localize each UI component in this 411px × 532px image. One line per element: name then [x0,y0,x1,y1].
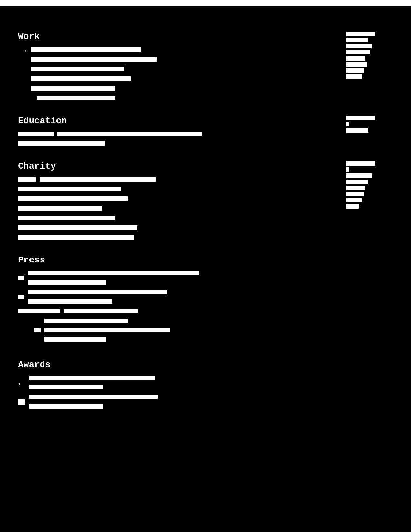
awards-lines: › [18,376,393,411]
charity-section: Charity [18,161,393,242]
sidebar-bar [346,44,372,48]
press-row [18,309,393,316]
awards-section: Awards › [18,360,393,411]
education-title: Education [18,116,393,126]
charity-title: Charity [18,161,393,171]
press-row [18,290,393,306]
charity-lines [18,177,393,242]
sidebar-bar [346,68,364,73]
sidebar-bar [346,198,362,202]
awards-row: › [18,376,393,392]
press-bullet [18,295,24,299]
press-row-lines [28,271,199,287]
work-bar [31,86,115,91]
press-bullet [34,328,41,332]
sidebar-bar [346,74,362,79]
sidebar-bar [346,173,372,178]
charity-sidebar [346,161,375,209]
arrow-icon: › [18,381,25,387]
press-section: Press [18,255,393,347]
awards-title: Awards [18,360,393,370]
press-lines [18,271,393,347]
edu-bar [57,132,202,136]
sidebar-bar [346,32,375,36]
top-bar [0,0,411,6]
sidebar-bar [346,128,368,133]
edu-row [18,132,393,139]
press-bar [28,280,106,285]
charity-bar [18,187,121,191]
awards-bullet [18,399,25,405]
education-lines [18,132,393,148]
charity-bar [40,177,156,182]
awards-row-lines [29,376,155,392]
arrow-icon: › [24,48,27,54]
press-bar [28,290,167,294]
press-bullet [18,276,24,280]
sidebar-bar [346,62,367,67]
edu-bar [18,141,105,146]
press-bar [44,319,128,323]
sidebar-bar [346,204,359,209]
work-sidebar [346,32,375,79]
awards-bar [29,385,103,389]
charity-bar [18,225,137,230]
sidebar-bar [346,186,365,190]
awards-row-lines [29,395,158,411]
press-bar [64,309,138,313]
education-section: Education [18,116,393,148]
press-bar [44,328,170,332]
sidebar-bar [346,50,370,54]
work-bar [37,96,115,100]
work-section: Work › [18,32,393,103]
sidebar-bar [346,116,375,120]
charity-bullet [18,177,36,182]
awards-bar [29,404,103,409]
edu-bar [18,132,54,136]
education-sidebar [346,116,375,133]
press-row [18,271,393,287]
work-row: › [24,47,393,54]
sidebar-bar [346,192,364,196]
work-bar [31,47,141,52]
press-bar [44,337,106,342]
work-bar [31,76,131,81]
sidebar-bar [346,167,349,172]
press-bar [28,299,112,304]
sidebar-bar [346,38,368,42]
press-bar [28,271,199,275]
work-bar [31,57,157,62]
charity-bar [18,206,102,211]
press-bar [18,309,60,313]
work-bar [31,67,124,71]
sidebar-bar [346,122,349,126]
press-row-lines [28,290,167,306]
main-content: Work › Education [0,32,411,411]
charity-bar [18,235,134,240]
press-row-lines [44,319,170,344]
press-title: Press [18,255,393,265]
press-row [34,319,393,344]
charity-bar [18,196,128,201]
awards-bar [29,395,158,399]
charity-row [18,177,393,184]
work-lines: › [18,47,393,103]
sidebar-bar [346,161,375,166]
press-row-indent [18,319,393,347]
awards-bar [29,376,155,380]
charity-bar [18,216,115,220]
awards-row [18,395,393,411]
sidebar-bar [346,180,368,184]
sidebar-bar [346,56,365,61]
work-title: Work [18,32,393,42]
